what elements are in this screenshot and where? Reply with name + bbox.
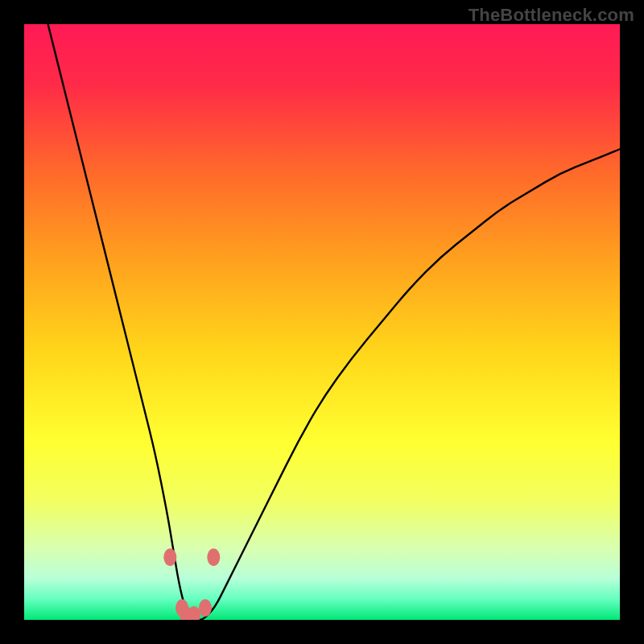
highlight-dot xyxy=(163,548,176,566)
watermark-text: TheBottleneck.com xyxy=(469,5,634,26)
bottleneck-curve xyxy=(48,24,620,620)
curve-layer xyxy=(24,24,620,620)
chart-frame: TheBottleneck.com xyxy=(0,0,644,644)
highlight-dots-group xyxy=(163,548,220,620)
highlight-dot xyxy=(207,548,220,566)
highlight-dot xyxy=(199,599,212,617)
plot-area xyxy=(24,24,620,620)
